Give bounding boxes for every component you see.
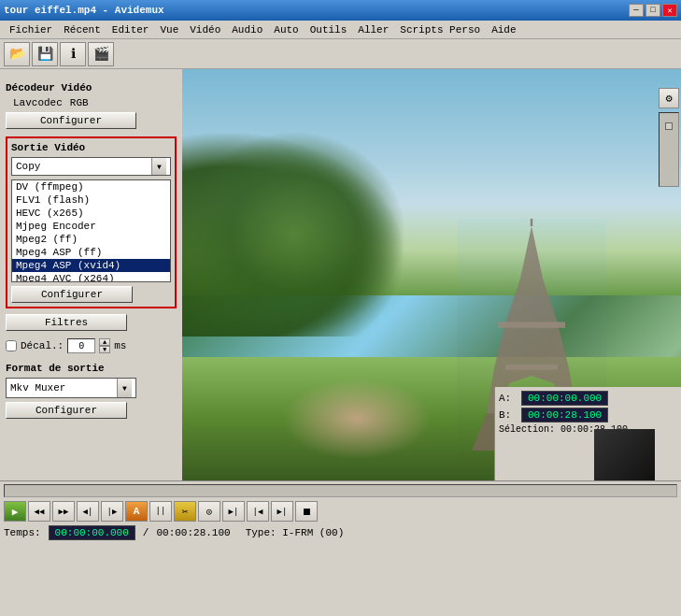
filtres-button[interactable]: Filtres (6, 314, 127, 331)
configure-codec-button[interactable]: Configurer (11, 286, 133, 303)
volume-slider[interactable] (659, 112, 679, 187)
list-item-hevc[interactable]: HEVC (x265) (12, 207, 170, 220)
a-label: A: (499, 393, 518, 404)
a-timecode: 00:00:00.000 (521, 391, 608, 406)
list-item-mpeg4-asp-xvid4[interactable]: Mpeg4 ASP (xvid4) (12, 259, 170, 272)
jump-start-button[interactable]: |◀ (247, 501, 269, 522)
thumbnail-preview (594, 429, 655, 480)
menu-outils[interactable]: Outils (305, 22, 353, 37)
mark-a-button[interactable]: A (125, 501, 148, 522)
format-select[interactable]: Mkv Muxer ▼ (6, 378, 136, 398)
sortie-video-section: Sortie Vidéo Copy ▼ DV (ffmpeg) FLV1 (fl… (6, 136, 177, 308)
main-content: Décodeur Vidéo Lavcodec RGB Configurer S… (0, 69, 681, 480)
menu-fichier[interactable]: Fichier (4, 22, 58, 37)
forward-button[interactable]: ▶▶ (52, 501, 75, 522)
decoder-value: RGB (70, 97, 89, 108)
menu-editer[interactable]: Editer (106, 22, 155, 37)
format-section-label: Format de sortie (6, 363, 177, 374)
window-controls: ─ □ ✕ (629, 4, 677, 17)
paste-button[interactable]: ▶| (222, 501, 245, 522)
toolbar-save-button[interactable]: 💾 (32, 42, 58, 66)
window-title: tour eiffel.mp4 - Avidemux (4, 5, 164, 16)
decoder-section-label: Décodeur Vidéo (6, 82, 177, 93)
dropdown-text: Copy (16, 161, 40, 172)
menu-aide[interactable]: Aide (486, 22, 521, 37)
frame-type-display: Type: I-FRM (00) (246, 527, 345, 538)
b-timecode: 00:00:28.100 (521, 408, 608, 423)
total-time-display: 00:00:28.100 (156, 527, 230, 538)
list-item-mpeg2[interactable]: Mpeg2 (ff) (12, 233, 170, 246)
decal-unit: ms (114, 340, 126, 351)
b-label: B: (499, 409, 518, 421)
list-item-mpeg4-avc[interactable]: Mpeg4 AVC (x264) (12, 272, 170, 282)
format-selected-text: Mkv Muxer (10, 382, 65, 394)
decal-checkbox[interactable] (6, 340, 17, 351)
close-button[interactable]: ✕ (662, 4, 677, 17)
list-item-mpeg4-asp-ff[interactable]: Mpeg4 ASP (ff) (12, 246, 170, 259)
decal-down-arrow[interactable]: ▼ (99, 346, 110, 353)
time-a-row: A: 00:00:00.000 (499, 391, 677, 406)
bottom-controls-area: ▶ ◀◀ ▶▶ ◀| |▶ A || ✂ ⊙ ▶| |◀ ▶| ⏹ Temps:… (0, 480, 681, 616)
decoder-name: Lavcodec (13, 97, 63, 108)
menu-auto[interactable]: Auto (268, 22, 304, 37)
copy-button[interactable]: ⊙ (198, 501, 220, 522)
minimize-button[interactable]: ─ (629, 4, 644, 17)
toolbar-open-button[interactable]: 📂 (4, 42, 30, 66)
dropdown-selected-value[interactable]: Copy ▼ (11, 157, 171, 176)
menu-bar: Fichier Récent Editer Vue Vidéo Audio Au… (0, 21, 681, 39)
video-codec-dropdown[interactable]: Copy ▼ (11, 157, 171, 176)
decal-label: Décal.: (21, 340, 64, 351)
right-edge-controls: ⚙ (659, 88, 679, 187)
time-status-row: Temps: 00:00:00.000 / 00:00:28.100 Type:… (0, 523, 681, 542)
maximize-button[interactable]: □ (646, 4, 660, 17)
sortie-video-title: Sortie Vidéo (11, 142, 171, 153)
toolbar: 📂 💾 ℹ 🎬 (0, 39, 681, 69)
codec-listbox[interactable]: DV (ffmpeg) FLV1 (flash) HEVC (x265) Mjp… (11, 179, 171, 282)
decal-input[interactable] (67, 338, 95, 353)
step-back-button[interactable]: ◀| (77, 501, 99, 522)
decal-row: Décal.: ▲ ▼ ms (6, 338, 177, 353)
left-panel: Décodeur Vidéo Lavcodec RGB Configurer S… (0, 69, 182, 480)
time-separator: / (143, 527, 149, 538)
stop-button[interactable]: ⏹ (295, 501, 318, 522)
menu-audio[interactable]: Audio (226, 22, 268, 37)
format-dropdown-arrow: ▼ (117, 379, 132, 397)
configure-decoder-button[interactable]: Configurer (6, 112, 136, 129)
jump-end-button[interactable]: ▶| (271, 501, 293, 522)
time-b-row: B: 00:00:28.100 (499, 408, 677, 423)
decal-up-arrow[interactable]: ▲ (99, 338, 110, 346)
dropdown-arrow-icon: ▼ (151, 158, 166, 175)
current-time-display: 00:00:00.000 (49, 525, 135, 540)
menu-aller[interactable]: Aller (352, 22, 394, 37)
list-item-dv[interactable]: DV (ffmpeg) (12, 180, 170, 193)
settings-icon[interactable]: ⚙ (659, 88, 679, 108)
menu-scripts-perso[interactable]: Scripts Perso (394, 22, 486, 37)
toolbar-film-button[interactable]: 🎬 (88, 42, 114, 66)
decal-spinners: ▲ ▼ (99, 338, 110, 353)
video-preview-panel: A: 00:00:00.000 B: 00:00:28.100 Sélectio… (182, 69, 681, 480)
playback-controls-row: ▶ ◀◀ ▶▶ ◀| |▶ A || ✂ ⊙ ▶| |◀ ▶| ⏹ (0, 499, 681, 523)
decoder-info-row: Lavcodec RGB (13, 97, 177, 108)
menu-video[interactable]: Vidéo (184, 22, 226, 37)
rewind-button[interactable]: ◀◀ (28, 501, 50, 522)
play-button[interactable]: ▶ (4, 501, 26, 522)
main-timeline[interactable] (4, 484, 677, 497)
step-forward-button[interactable]: |▶ (101, 501, 123, 522)
list-item-flv1[interactable]: FLV1 (flash) (12, 193, 170, 207)
segment-button[interactable]: || (149, 501, 172, 522)
configure-format-button[interactable]: Configurer (6, 402, 127, 419)
list-item-mjpeg[interactable]: Mjpeg Encoder (12, 220, 170, 233)
toolbar-info-button[interactable]: ℹ (60, 42, 86, 66)
temps-label: Temps: (4, 527, 41, 538)
menu-vue[interactable]: Vue (154, 22, 184, 37)
title-bar: tour eiffel.mp4 - Avidemux ─ □ ✕ (0, 0, 681, 21)
cut-button[interactable]: ✂ (174, 501, 196, 522)
menu-recent[interactable]: Récent (58, 22, 106, 37)
